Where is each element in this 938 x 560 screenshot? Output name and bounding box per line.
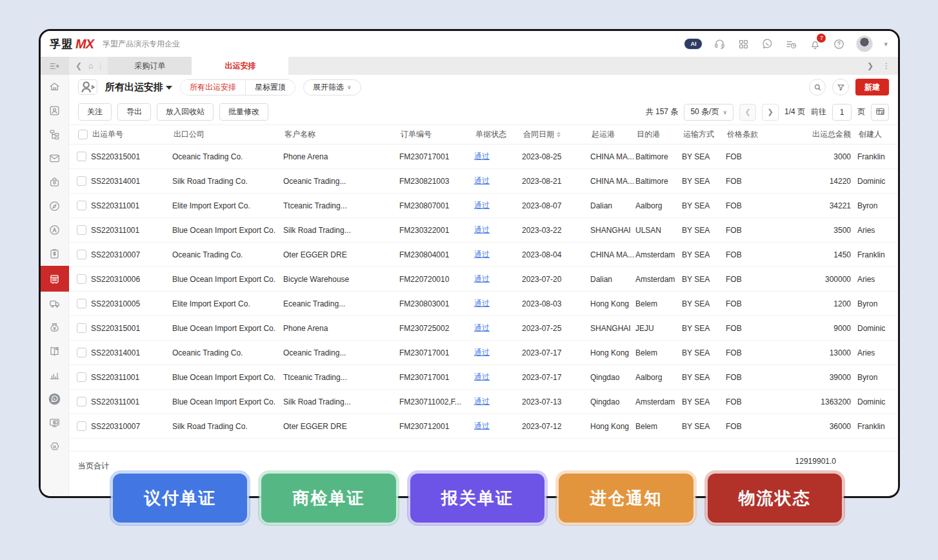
view-title[interactable]: 所有出运安排 <box>105 81 172 94</box>
home-tab-icon[interactable]: ⌂ <box>88 61 93 70</box>
status-link[interactable]: 通过 <box>474 421 490 432</box>
column-header-0[interactable]: 出运单号 <box>91 129 172 140</box>
search-icon[interactable] <box>809 79 826 95</box>
sidebar-item-notebook[interactable] <box>41 339 69 363</box>
quick-filter-0[interactable]: 所有出运安排 <box>181 80 245 95</box>
sidebar-item-a-circle[interactable] <box>41 218 69 242</box>
status-link[interactable]: 通过 <box>474 298 490 309</box>
action-button-2[interactable]: 放入回收站 <box>157 103 214 121</box>
sidebar-item-settings[interactable] <box>41 435 69 459</box>
row-checkbox[interactable] <box>77 152 86 161</box>
table-row[interactable]: SS220315001Blue Ocean Import Export Co.P… <box>69 316 898 341</box>
tab-0[interactable]: 采购订单 <box>108 57 192 75</box>
history-icon[interactable] <box>784 37 797 50</box>
sidebar-item-truck[interactable] <box>41 292 69 315</box>
column-header-7[interactable]: 目的港 <box>635 129 682 140</box>
table-row[interactable]: SS220311001Blue Ocean Import Export Co.S… <box>69 390 898 414</box>
status-link[interactable]: 通过 <box>474 323 490 334</box>
status-link[interactable]: 通过 <box>474 151 490 162</box>
table-row[interactable]: SS220311001Blue Ocean Import Export Co.T… <box>69 365 898 390</box>
quick-filter-1[interactable]: 星标置顶 <box>245 80 295 95</box>
action-button-1[interactable]: 导出 <box>117 103 151 121</box>
status-link[interactable]: 通过 <box>474 372 490 383</box>
chevron-down-icon[interactable]: ▾ <box>884 40 888 48</box>
ai-assistant-icon[interactable]: AI <box>684 39 702 49</box>
sidebar-item-org-structure[interactable] <box>41 123 69 146</box>
column-header-5[interactable]: 合同日期 <box>522 129 590 140</box>
flow-button-1[interactable]: 商检单证 <box>261 474 395 523</box>
table-row[interactable]: SS220314001Oceanic Trading Co.Oceanic Tr… <box>69 341 898 365</box>
sidebar-item-shipping-doc[interactable] <box>41 266 69 292</box>
flow-button-0[interactable]: 议付单证 <box>113 474 247 523</box>
table-row[interactable]: SS220314001Silk Road Trading Co.Oceanic … <box>69 169 898 194</box>
table-row[interactable]: SS220315001Oceanic Trading Co.Phone Aren… <box>69 145 898 169</box>
next-page-button[interactable]: ❯ <box>762 104 779 121</box>
sort-icon[interactable] <box>557 132 561 137</box>
headset-icon[interactable] <box>713 37 726 50</box>
row-checkbox[interactable] <box>77 225 86 235</box>
prev-page-button[interactable]: ❮ <box>739 104 756 121</box>
row-checkbox[interactable] <box>77 201 86 210</box>
flow-button-2[interactable]: 报关单证 <box>410 474 544 523</box>
sidebar-item-money-bag[interactable] <box>41 315 69 339</box>
select-all-checkbox[interactable] <box>78 130 88 139</box>
whatsapp-icon[interactable] <box>761 37 773 50</box>
flow-button-4[interactable]: 物流状态 <box>708 474 842 523</box>
sidebar-item-contacts[interactable] <box>41 99 69 123</box>
column-config-icon[interactable] <box>871 104 889 121</box>
action-button-0[interactable]: 关注 <box>78 103 112 121</box>
action-button-3[interactable]: 批量修改 <box>219 103 268 121</box>
table-row[interactable]: SS220310006Blue Ocean Import Export Co.B… <box>69 267 898 292</box>
status-link[interactable]: 通过 <box>474 249 490 260</box>
sidebar-item-compass[interactable] <box>41 194 69 218</box>
grid-icon[interactable] <box>737 37 750 50</box>
owner-filter-icon[interactable] <box>78 79 97 95</box>
page-size-select[interactable]: 50 条/页∨ <box>684 104 733 121</box>
column-header-3[interactable]: 订单编号 <box>399 129 474 140</box>
row-checkbox[interactable] <box>77 274 86 284</box>
goto-page-input[interactable] <box>832 104 852 121</box>
status-link[interactable]: 通过 <box>474 200 490 211</box>
column-header-2[interactable]: 客户名称 <box>283 129 399 140</box>
tab-scroll-right-icon[interactable]: ❯ <box>867 61 873 70</box>
sidebar-item-home[interactable] <box>41 75 69 99</box>
row-checkbox[interactable] <box>77 372 86 382</box>
expand-filter-button[interactable]: 展开筛选∨ <box>303 79 361 95</box>
row-checkbox[interactable] <box>77 299 86 308</box>
new-button[interactable]: 新建 <box>855 79 889 95</box>
sidebar-item-whatsapp-filled[interactable] <box>41 387 69 411</box>
sidebar-item-clipboard-dollar[interactable] <box>41 242 69 266</box>
sidebar-item-monitor[interactable] <box>41 411 69 435</box>
status-link[interactable]: 通过 <box>474 225 490 235</box>
help-icon[interactable] <box>832 37 845 50</box>
column-header-11[interactable]: 创建人 <box>857 129 897 140</box>
sidebar-item-bag[interactable] <box>41 170 69 194</box>
tab-1[interactable]: 出运安排 <box>192 57 288 75</box>
table-row[interactable]: SS220311001Elite Import Export Co.Ttcean… <box>69 194 898 218</box>
status-link[interactable]: 通过 <box>474 347 490 358</box>
column-header-9[interactable]: 价格条款 <box>726 129 781 140</box>
funnel-filter-icon[interactable] <box>832 79 849 95</box>
column-header-8[interactable]: 运输方式 <box>682 129 726 140</box>
column-header-10[interactable]: 出运总金额 <box>781 129 857 140</box>
bell-icon[interactable]: 7 <box>808 37 821 50</box>
user-avatar[interactable] <box>856 35 873 52</box>
sidebar-item-bar-chart[interactable] <box>41 363 69 387</box>
column-header-6[interactable]: 起运港 <box>590 129 635 140</box>
row-checkbox[interactable] <box>77 250 86 259</box>
table-row[interactable]: SS220310007Silk Road Trading Co.Oter EGG… <box>69 414 898 439</box>
status-link[interactable]: 通过 <box>474 396 490 407</box>
row-checkbox[interactable] <box>77 348 86 357</box>
back-arrow-icon[interactable]: ❮ <box>75 61 82 70</box>
sidebar-item-mail[interactable] <box>41 146 69 170</box>
tab-more-icon[interactable]: ⋮ <box>883 61 890 70</box>
hscroll-area[interactable] <box>69 439 898 452</box>
status-link[interactable]: 通过 <box>474 175 490 186</box>
row-checkbox[interactable] <box>77 421 86 431</box>
row-checkbox[interactable] <box>77 323 86 333</box>
row-checkbox[interactable] <box>77 397 86 406</box>
column-header-1[interactable]: 出口公司 <box>172 129 283 140</box>
table-row[interactable]: SS220310005Elite Import Export Co.Eceani… <box>69 292 898 316</box>
row-checkbox[interactable] <box>77 176 86 186</box>
table-row[interactable]: SS220311001Blue Ocean Import Export Co.S… <box>69 218 898 243</box>
